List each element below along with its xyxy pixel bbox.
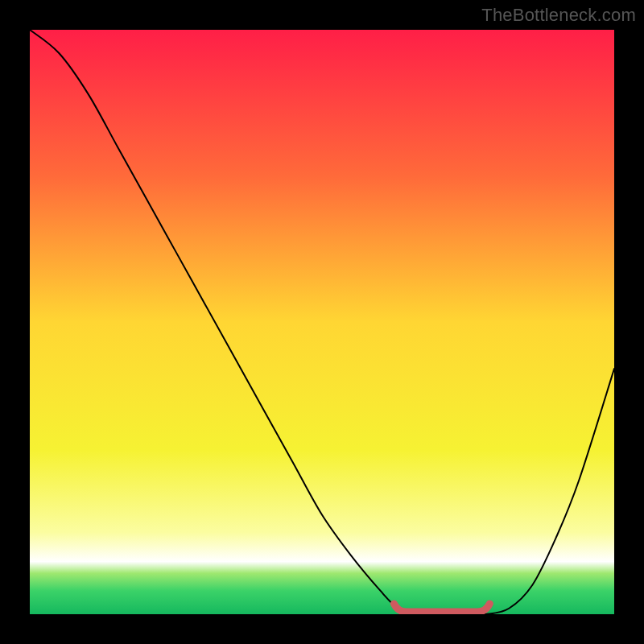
- chart-svg: [30, 30, 614, 614]
- watermark-label: TheBottleneck.com: [481, 5, 636, 26]
- chart-frame: TheBottleneck.com: [0, 0, 644, 644]
- plot-area: [30, 30, 614, 614]
- svg-rect-0: [30, 30, 614, 614]
